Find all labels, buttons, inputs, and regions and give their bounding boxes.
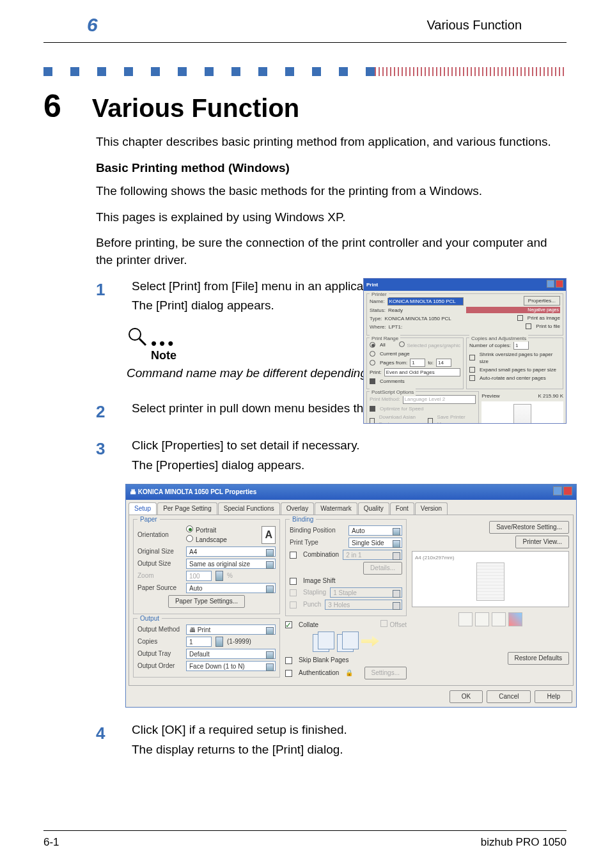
zoom-field[interactable]: 100	[186, 571, 212, 581]
magnifier-icon	[127, 326, 147, 346]
combination-select[interactable]: 2 in 1	[343, 550, 402, 560]
print-type-select[interactable]: Single Side	[348, 538, 402, 548]
step-4-subtext: The display returns to the [Print] dialo…	[132, 741, 565, 759]
printer-view-button[interactable]: Printer View...	[515, 536, 569, 548]
stapling-label: Stapling	[303, 588, 326, 597]
comments-checkbox[interactable]	[370, 378, 375, 384]
chapter-intro: This chapter describes basic printing me…	[96, 134, 565, 151]
output-tray-select[interactable]: Default	[186, 649, 276, 659]
collate-label: Collate	[299, 621, 318, 630]
tab-font[interactable]: Font	[390, 502, 414, 515]
props-ok-button[interactable]: OK	[450, 690, 483, 703]
stapling-select[interactable]: 1 Staple	[330, 587, 402, 598]
landscape-label: Landscape	[196, 536, 227, 543]
shrink-checkbox[interactable]	[469, 355, 475, 360]
expand-checkbox[interactable]	[469, 367, 475, 373]
num-copies-label: Number of copies:	[469, 342, 511, 349]
combination-checkbox[interactable]	[290, 552, 297, 559]
sel-pages-radio[interactable]	[399, 341, 405, 347]
chapter-number: 6	[43, 88, 61, 125]
type-value: KONICA MINOLTA 1050 PCL	[385, 315, 451, 322]
window-buttons	[545, 280, 563, 290]
range-all-radio[interactable]	[370, 342, 375, 348]
comments-label: Comments	[380, 378, 405, 385]
header-chapter-number: 6	[87, 14, 98, 36]
footer-product-name: bizhub PRO 1050	[481, 836, 567, 849]
paper-source-select[interactable]: Auto	[186, 583, 276, 593]
status-value: Ready	[388, 307, 403, 314]
print-dialog-title: Print	[366, 281, 378, 288]
opt-speed-checkbox[interactable]	[370, 406, 375, 412]
to-label: to:	[428, 359, 434, 366]
paper-type-settings-button[interactable]: Paper Type Settings...	[168, 595, 245, 608]
punch-checkbox[interactable]	[290, 601, 297, 608]
print-as-image-checkbox[interactable]	[517, 315, 523, 321]
pages-from-field[interactable]: 1	[410, 359, 425, 367]
restore-defaults-button[interactable]: Restore Defaults	[508, 652, 569, 665]
output-size-select[interactable]: Same as original size	[186, 559, 276, 569]
range-current-radio[interactable]	[370, 351, 375, 357]
authentication-checkbox[interactable]	[285, 670, 292, 677]
output-method-select[interactable]: 🖶 Print	[186, 624, 276, 635]
offset-checkbox[interactable]	[380, 620, 387, 627]
printer-icon: 🖶	[130, 488, 136, 495]
tab-watermark[interactable]: Watermark	[315, 502, 357, 515]
offset-label: Offset	[390, 621, 407, 628]
window-buttons	[552, 486, 572, 498]
postscript-group-label: PostScript Options	[370, 389, 416, 396]
tab-setup[interactable]: Setup	[129, 502, 157, 515]
skip-blank-checkbox[interactable]	[285, 657, 292, 664]
chapter-title: Various Function	[92, 94, 299, 123]
paper-group-label: Paper	[137, 515, 160, 524]
authentication-label: Authentication	[299, 669, 339, 678]
punch-select[interactable]: 3 Holes	[325, 600, 402, 610]
properties-dialog-title: 🖶 KONICA MINOLTA 1050 PCL Properties	[130, 488, 256, 497]
print-odd-even-label: Print:	[370, 369, 382, 376]
image-shift-label: Image Shift	[303, 577, 336, 585]
dl-asian-checkbox[interactable]	[370, 418, 375, 424]
tab-version[interactable]: Version	[415, 502, 448, 515]
num-copies-field[interactable]: 1	[513, 341, 529, 350]
collate-illustration	[285, 632, 407, 651]
original-size-select[interactable]: A4	[186, 546, 276, 557]
zoom-unit: %	[227, 571, 233, 580]
tab-quality[interactable]: Quality	[358, 502, 389, 515]
props-cancel-button[interactable]: Cancel	[487, 690, 531, 703]
range-pages-radio[interactable]	[370, 360, 375, 366]
output-order-select[interactable]: Face Down (1 to N)	[186, 661, 276, 671]
properties-button[interactable]: Properties...	[524, 296, 560, 306]
landscape-radio[interactable]	[186, 535, 193, 542]
properties-dialog-screenshot: 🖶 KONICA MINOLTA 1050 PCL Properties Set…	[125, 484, 577, 708]
print-as-image-label: Print as image	[528, 314, 560, 322]
binding-position-select[interactable]: Auto	[348, 525, 402, 536]
print-odd-even-select[interactable]: Even and Odd Pages	[384, 368, 460, 376]
autorotate-checkbox[interactable]	[469, 375, 475, 381]
step-3-subtext: The [Properties] dialog appears.	[132, 457, 565, 474]
printer-name-field[interactable]: KONICA MINOLTA 1050 PCL	[387, 297, 464, 306]
print-preview-thumbnail	[481, 401, 563, 424]
auth-settings-button[interactable]: Settings...	[364, 667, 407, 679]
zoom-spinner[interactable]	[215, 571, 223, 581]
image-shift-checkbox[interactable]	[290, 578, 297, 585]
props-help-button[interactable]: Help	[535, 690, 572, 703]
print-method-select[interactable]: Language Level 2	[403, 395, 476, 403]
pages-to-field[interactable]: 14	[436, 359, 451, 367]
where-label: Where:	[370, 323, 386, 330]
tab-special-functions[interactable]: Special Functions	[218, 502, 280, 515]
details-button[interactable]: Details...	[363, 562, 402, 575]
range-all-label: All	[380, 341, 386, 348]
portrait-radio[interactable]	[186, 525, 193, 532]
copies-field[interactable]: 1	[186, 637, 212, 647]
finishing-icon-3	[492, 612, 506, 626]
tab-per-page-setting[interactable]: Per Page Setting	[157, 502, 217, 515]
range-current-label: Current page	[380, 350, 410, 357]
print-to-file-checkbox[interactable]	[526, 323, 531, 329]
stapling-checkbox[interactable]	[290, 589, 297, 596]
save-mem-checkbox[interactable]	[428, 418, 433, 424]
save-restore-setting-button[interactable]: Save/Restore Setting...	[489, 521, 569, 534]
tab-overlay[interactable]: Overlay	[281, 502, 314, 515]
printer-group-label: Printer	[370, 291, 389, 298]
copies-spinner[interactable]	[215, 637, 223, 647]
binding-group-label: Binding	[290, 515, 316, 524]
collate-checkbox[interactable]	[285, 621, 292, 628]
